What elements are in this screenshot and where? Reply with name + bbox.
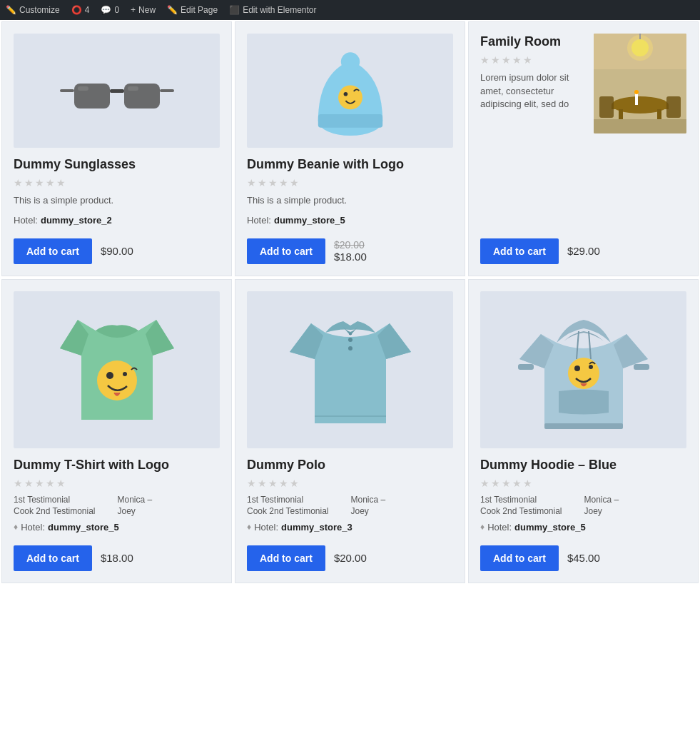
add-to-cart-button[interactable]: Add to cart (247, 545, 325, 571)
product-image-beanie (247, 34, 453, 148)
product-description: This is a simple product. (247, 194, 453, 207)
testimonial-col2-row2: Joey (584, 506, 687, 516)
edit-page-btn[interactable]: ✏️ Edit Page (167, 5, 218, 15)
revisions-count: 4 (85, 5, 90, 15)
product-price: $20.00 (334, 552, 367, 564)
svg-rect-3 (60, 89, 74, 92)
star-rating: ★ ★ ★ ★ ★ (247, 177, 453, 188)
hotel-name: dummy_store_3 (281, 522, 352, 533)
testimonial-col2-row1: Monica – (118, 495, 220, 505)
testimonial-col2-row1: Monica – (351, 495, 454, 505)
product-title: Dummy Hoodie – Blue (480, 457, 686, 473)
product-card-dummy-sunglasses: Dummy Sunglasses ★ ★ ★ ★ ★ This is a sim… (1, 21, 232, 276)
star-rating: ★ ★ ★ ★ ★ (14, 177, 220, 188)
testimonial-info: 1st Testimonial Monica – Cook 2nd Testim… (14, 495, 220, 516)
testimonial-info: 1st Testimonial Monica – Cook 2nd Testim… (480, 495, 686, 516)
product-card-dummy-beanie: Dummy Beanie with Logo ★ ★ ★ ★ ★ This is… (235, 21, 465, 276)
family-room-image (594, 34, 686, 133)
elementor-icon: ⬛ (229, 5, 240, 15)
revisions-btn[interactable]: ⭕ 4 (71, 5, 90, 15)
svg-rect-6 (128, 86, 138, 91)
product-title: Family Room (480, 34, 587, 50)
hotel-label: Hotel: (487, 522, 512, 533)
star-rating: ★ ★ ★ ★ ★ (247, 478, 453, 489)
customize-icon: ✏️ (6, 5, 16, 15)
hotel-label: Hotel: (254, 522, 278, 533)
svg-rect-21 (599, 96, 614, 118)
new-label: New (138, 5, 156, 15)
hotel-label: Hotel: (21, 522, 45, 533)
product-grid: Dummy Sunglasses ★ ★ ★ ★ ★ This is a sim… (0, 20, 700, 585)
add-to-cart-row: Add to cart $90.00 (14, 233, 220, 264)
hotel-info: Hotel: dummy_store_2 (14, 215, 220, 226)
hotel-info: ♦ Hotel: dummy_store_5 (14, 522, 220, 533)
hotel-info: ♦ Hotel: dummy_store_3 (247, 522, 453, 533)
edit-page-label: Edit Page (181, 5, 218, 15)
add-to-cart-row: Add to cart $20.00 (247, 540, 453, 571)
customize-btn[interactable]: ✏️ Customize (6, 5, 60, 15)
product-description: Lorem ipsum dolor sit amet, consectetur … (480, 71, 587, 111)
svg-rect-40 (544, 423, 623, 429)
svg-rect-25 (594, 119, 686, 133)
hotel-name: dummy_store_5 (274, 215, 345, 226)
hotel-label: Hotel: (247, 215, 271, 226)
elementor-btn[interactable]: ⬛ Edit with Elementor (229, 5, 316, 15)
svg-rect-5 (78, 86, 88, 91)
svg-rect-22 (666, 96, 681, 118)
add-to-cart-button[interactable]: Add to cart (14, 545, 92, 571)
edit-page-icon: ✏️ (167, 5, 178, 15)
testimonial-col1-row2: Cook 2nd Testimonial (247, 506, 350, 516)
add-to-cart-row: Add to cart $18.00 (14, 540, 220, 571)
testimonial-col2-row2: Joey (351, 506, 454, 516)
add-to-cart-button[interactable]: Add to cart (480, 238, 559, 264)
testimonial-col2-row1: Monica – (584, 495, 687, 505)
add-to-cart-button[interactable]: Add to cart (480, 545, 559, 571)
product-image-sunglasses (14, 34, 220, 148)
product-price: $45.00 (567, 552, 600, 564)
product-description: This is a simple product. (14, 194, 220, 207)
hotel-info: ♦ Hotel: dummy_store_5 (480, 522, 686, 533)
svg-point-15 (631, 39, 649, 56)
customize-label: Customize (19, 5, 60, 15)
testimonial-col2-row2: Joey (118, 506, 220, 516)
family-room-top: Family Room ★ ★ ★ ★ ★ Lorem ipsum dolor … (480, 34, 686, 133)
star-rating: ★ ★ ★ ★ ★ (480, 54, 587, 66)
hotel-label: Hotel: (14, 215, 38, 226)
testimonial-col1-row1: 1st Testimonial (247, 495, 350, 505)
product-price: $18.00 (101, 552, 133, 564)
new-icon: + (131, 5, 136, 15)
product-price-sale: $18.00 (334, 251, 367, 263)
diamond-icon: ♦ (480, 522, 485, 532)
product-price: $90.00 (101, 245, 133, 257)
hotel-name: dummy_store_5 (514, 522, 586, 533)
add-to-cart-row: Add to cart $20.00 $18.00 (247, 233, 453, 264)
svg-point-37 (589, 365, 593, 369)
hotel-name: dummy_store_2 (41, 215, 112, 226)
add-to-cart-row: Add to cart $45.00 (480, 540, 686, 571)
svg-rect-2 (110, 89, 124, 93)
product-card-dummy-hoodie-blue: Dummy Hoodie – Blue ★ ★ ★ ★ ★ 1st Testim… (468, 279, 699, 583)
star-rating: ★ ★ ★ ★ ★ (14, 478, 220, 489)
admin-bar: ✏️ Customize ⭕ 4 💬 0 + New ✏️ Edit Page … (0, 0, 700, 20)
svg-rect-23 (635, 94, 638, 105)
svg-point-24 (634, 90, 639, 94)
diamond-icon: ♦ (14, 522, 18, 532)
svg-rect-18 (612, 105, 669, 109)
elementor-label: Edit with Elementor (243, 5, 316, 15)
svg-point-9 (340, 52, 359, 71)
comments-btn[interactable]: 💬 0 (101, 5, 119, 15)
svg-point-28 (123, 372, 127, 376)
product-image-polo (247, 291, 453, 448)
svg-point-10 (338, 85, 362, 109)
svg-point-27 (106, 372, 113, 379)
svg-rect-4 (160, 89, 174, 92)
product-price-struck: $20.00 (334, 239, 367, 251)
svg-rect-38 (518, 364, 534, 370)
add-to-cart-button[interactable]: Add to cart (247, 238, 325, 264)
add-to-cart-button[interactable]: Add to cart (14, 238, 92, 264)
svg-point-11 (343, 92, 348, 96)
product-image-hoodie (480, 291, 686, 448)
product-card-dummy-polo: Dummy Polo ★ ★ ★ ★ ★ 1st Testimonial Mon… (235, 279, 465, 583)
comments-count: 0 (114, 5, 119, 15)
new-btn[interactable]: + New (131, 5, 156, 15)
